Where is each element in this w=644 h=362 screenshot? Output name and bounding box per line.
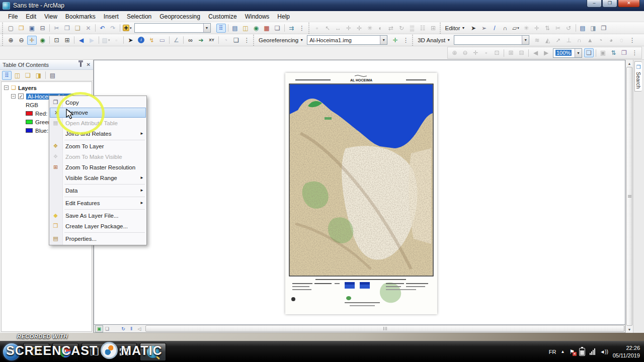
table-of-contents-icon[interactable]: ▤	[230, 24, 240, 33]
close-button[interactable]: ✕	[618, 0, 640, 8]
copy-icon[interactable]: ❐	[62, 24, 72, 33]
new-map-icon[interactable]: ▢	[6, 24, 16, 33]
go-to-xy-icon[interactable]: XY	[207, 36, 216, 45]
paste-icon[interactable]: ❑	[73, 24, 83, 33]
vertical-scroll-thumb[interactable]	[626, 67, 632, 326]
layer-3d-icon[interactable]: ◌	[617, 36, 626, 45]
combo-dropdown-icon[interactable]: ▼	[380, 36, 387, 44]
scroll-up-icon[interactable]: ▲	[626, 60, 633, 67]
toolbar-icon[interactable]	[576, 24, 576, 32]
context-item-save-as-layer-file[interactable]: ◆ Save As Layer File...	[49, 210, 146, 221]
find-icon[interactable]: ∞	[186, 36, 195, 45]
layout-overflow-icon[interactable]: ⋮	[630, 48, 639, 57]
pause-drawing-button[interactable]: ‖	[127, 325, 135, 332]
combo-dropdown-icon[interactable]: ▼	[203, 24, 210, 32]
search-window-icon[interactable]: ◉	[252, 24, 261, 33]
pan-icon[interactable]: ✛	[27, 36, 37, 45]
toggle-draft-icon[interactable]: ❏	[584, 48, 594, 57]
open-icon[interactable]: ❒	[17, 24, 26, 33]
list-by-source-icon[interactable]: ◫	[13, 71, 22, 80]
delete-icon[interactable]: ✕	[84, 24, 93, 33]
close-icon[interactable]: ✕	[87, 62, 91, 67]
edit-arrow-icon[interactable]: ➤	[469, 24, 478, 33]
layout-forward-icon[interactable]: ▶	[541, 48, 551, 57]
surface-icon[interactable]: ▲	[585, 36, 595, 45]
points-icon[interactable]: ✢	[355, 24, 364, 33]
list-by-visibility-icon[interactable]: ❏	[23, 71, 33, 80]
save-icon[interactable]: ▣	[27, 24, 37, 33]
toolbar-icon[interactable]	[120, 24, 120, 32]
redo-icon[interactable]: ↷	[108, 24, 118, 33]
globe-view-icon[interactable]: ◕	[606, 36, 616, 45]
toolbar-icon[interactable]	[99, 36, 99, 44]
measure-icon[interactable]: ∠	[172, 36, 181, 45]
toolbar-icon[interactable]	[218, 36, 219, 44]
layout-zoom-combo[interactable]: 100% ▼	[553, 48, 582, 58]
zoom-out-icon[interactable]: ⊖	[17, 36, 26, 45]
toolbar-overflow-icon[interactable]: ⋮	[297, 24, 307, 33]
line-of-sight-icon[interactable]: ⊥	[564, 36, 574, 45]
menu-customize[interactable]: Customize	[204, 12, 241, 21]
toolbar-icon[interactable]	[95, 24, 96, 32]
extent-box-icon[interactable]: ▫	[312, 24, 322, 33]
arc-tool-icon[interactable]: ∩	[501, 24, 510, 33]
contour-icon[interactable]: ∩	[575, 36, 584, 45]
taskbar-clock[interactable]: 22:26 05/11/2019	[613, 344, 642, 359]
map-scale-combo[interactable]: ▼	[134, 23, 211, 33]
editor-menu-button[interactable]: Editor▼	[443, 25, 467, 31]
action-center-icon[interactable]: ⚑✕	[569, 348, 575, 355]
undo-icon[interactable]: ↶	[98, 24, 107, 33]
raster-icon[interactable]: ▒	[408, 24, 417, 33]
battery-icon[interactable]	[579, 348, 585, 356]
menu-help[interactable]: Help	[273, 12, 294, 21]
toolbar-icon[interactable]	[49, 24, 50, 32]
fixed-zoom-in-icon[interactable]: ⊡	[52, 36, 61, 45]
sun-shadow-icon[interactable]: ◔	[596, 36, 605, 45]
menu-windows[interactable]: Windows	[241, 12, 274, 21]
tree-expander-icon[interactable]: −	[4, 85, 9, 90]
context-item-visible-scale-range[interactable]: · Visible Scale Range ►	[49, 172, 146, 183]
context-item-properties[interactable]: ▤ Properties...	[49, 233, 146, 244]
python-window-icon[interactable]: ❏	[273, 24, 282, 33]
georef-layer-combo[interactable]: Al-Hoceima1.img▼	[307, 35, 387, 45]
shift-icon[interactable]: ↔	[334, 24, 343, 33]
layout-zoom-in-icon[interactable]: ⊕	[450, 48, 459, 57]
context-item-zoom-to-make-visible[interactable]: ❖ Zoom To Make Visible	[49, 151, 146, 162]
combo-dropdown-icon[interactable]: ▼	[575, 49, 582, 57]
editor-windows-icon[interactable]: ❐	[599, 24, 609, 33]
zoom-in-icon[interactable]: ⊕	[6, 36, 16, 45]
forward-extent-icon[interactable]: ▶	[87, 36, 97, 45]
taskbar-snipping-button[interactable]	[111, 343, 137, 361]
context-item-open-attribute-table[interactable]: ▦ Open Attribute Table	[49, 118, 146, 128]
data-driven-pages-icon[interactable]: ❐	[619, 48, 629, 57]
identify-icon[interactable]: i	[136, 36, 146, 45]
prev-extent-button[interactable]: ◁	[135, 325, 143, 332]
menu-view[interactable]: View	[40, 12, 61, 21]
rows-icon[interactable]: ☷	[418, 24, 428, 33]
toolbar-icon[interactable]	[284, 24, 285, 32]
menu-file[interactable]: File	[4, 12, 22, 21]
add-control-points-icon[interactable]: ✛	[390, 36, 400, 45]
select-features-icon[interactable]: ▧▾	[101, 36, 111, 45]
pin-icon[interactable]	[80, 62, 82, 67]
analyst-overflow-icon[interactable]: ⋮	[627, 36, 637, 45]
menu-selection[interactable]: Selection	[123, 12, 155, 21]
steepest-path-icon[interactable]: ➚	[553, 36, 563, 45]
georef-overflow-icon[interactable]: ⋮	[401, 36, 411, 45]
context-item-zoom-to-raster-resolution[interactable]: ⊞ Zoom To Raster Resolution	[49, 162, 146, 172]
edit-annotation-icon[interactable]: ➢	[479, 24, 489, 33]
time-slider-icon[interactable]: ◔	[221, 36, 230, 45]
layout-view-button[interactable]: ❏	[103, 325, 111, 332]
toolbar-icon[interactable]	[123, 36, 124, 44]
toc-options-icon[interactable]: ▤	[48, 71, 57, 80]
split-tool-icon[interactable]: ✂	[553, 24, 563, 33]
taskbar-app-button[interactable]: ❒	[82, 343, 108, 361]
toolbar-icon[interactable]	[169, 36, 170, 44]
catalog-window-icon[interactable]: ◫	[241, 24, 251, 33]
arctoolbox-icon[interactable]: ▦	[262, 24, 272, 33]
context-item-create-layer-package[interactable]: ❒ Create Layer Package...	[49, 221, 146, 231]
volume-icon[interactable]: ◄))	[600, 349, 608, 354]
context-item-joins-and-relates[interactable]: · Joins and Relates ►	[49, 128, 146, 139]
html-popup-icon[interactable]: ▭	[157, 36, 167, 45]
toolbar-icon[interactable]	[49, 36, 50, 44]
